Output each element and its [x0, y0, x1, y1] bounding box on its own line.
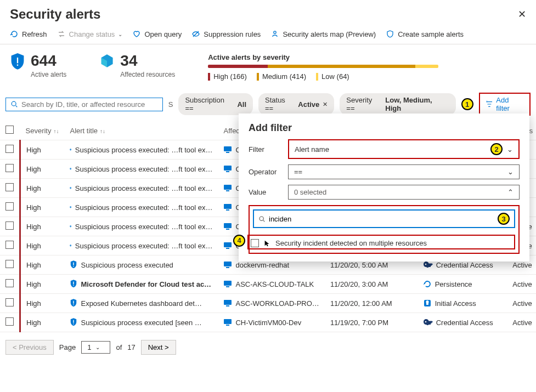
cell-severity: High — [20, 236, 65, 255]
cell-time: 11/20/20, 3:00 AM — [325, 275, 417, 294]
prev-button[interactable]: < Previous — [5, 340, 54, 355]
row-checkbox[interactable] — [5, 164, 14, 172]
chip-severity[interactable]: Severity == Low, Medium, High — [340, 93, 455, 115]
cell-title: Suspicious process executed: …ft tool ex… — [64, 160, 218, 179]
change-status-button[interactable]: Change status ⌄ — [57, 30, 123, 38]
svg-rect-12 — [226, 152, 229, 153]
select-all-checkbox[interactable] — [5, 126, 14, 134]
value-dropdown: 3 4 Security incident detected on multip… — [249, 205, 520, 254]
search-input[interactable] — [21, 100, 158, 109]
svg-rect-47 — [226, 305, 229, 306]
filter-row: S Subscription == All Status == Active✕ … — [0, 90, 536, 121]
cell-resource: CH-VictimVM00-Dev — [218, 313, 324, 332]
add-filter-button[interactable]: + Add filter — [479, 93, 531, 116]
value-option[interactable]: Security incident detected on multiple r… — [247, 235, 515, 249]
sample-alerts-button[interactable]: Create sample alerts — [386, 30, 464, 38]
row-checkbox[interactable] — [5, 183, 14, 191]
row-checkbox[interactable] — [5, 221, 14, 230]
row-checkbox[interactable] — [5, 260, 14, 268]
chip-status[interactable]: Status == Active✕ — [258, 93, 334, 115]
refresh-button[interactable]: Refresh — [10, 30, 47, 38]
row-checkbox[interactable] — [5, 202, 14, 211]
svg-rect-32 — [224, 242, 232, 247]
legend-low: Low (64) — [321, 72, 349, 81]
page-select[interactable]: 1⌄ — [81, 341, 110, 354]
svg-rect-20 — [226, 190, 229, 191]
cell-title: Suspicious process executed [seen … — [64, 313, 218, 332]
svg-rect-52 — [224, 319, 232, 324]
chevron-down-icon: ⌄ — [118, 31, 122, 37]
cell-severity: High — [20, 198, 65, 217]
cell-severity: High — [20, 275, 65, 294]
svg-rect-38 — [226, 267, 229, 268]
chip-subscription[interactable]: Subscription == All — [178, 93, 253, 115]
col-title[interactable]: Alert title↑↓ — [64, 121, 218, 140]
svg-rect-2 — [17, 58, 18, 63]
svg-rect-49 — [426, 303, 428, 305]
filter-select[interactable]: Alert name 2⌄ — [288, 139, 520, 159]
svg-rect-3 — [17, 65, 18, 66]
open-query-button[interactable]: Open query — [132, 30, 182, 38]
cell-tactics: Initial Access — [417, 294, 507, 313]
close-icon[interactable]: ✕ — [518, 8, 526, 20]
cell-title: Suspicious process executed: …ft tool ex… — [64, 198, 218, 217]
cell-severity: High — [20, 140, 65, 160]
value-search-wrap[interactable]: 3 — [253, 209, 515, 228]
value-search-input[interactable] — [269, 215, 494, 223]
svg-point-39 — [425, 264, 426, 265]
next-button[interactable]: Next > — [141, 340, 176, 355]
active-alerts-count: 644 — [31, 53, 66, 69]
row-checkbox[interactable] — [5, 298, 14, 306]
summary-row: 644 Active alerts 34 Affected resources … — [0, 44, 536, 90]
cell-status: Active — [507, 275, 536, 294]
alerts-map-button[interactable]: Security alerts map (Preview) — [270, 30, 376, 38]
affected-count: 34 — [120, 53, 175, 69]
svg-rect-33 — [226, 248, 229, 249]
svg-rect-45 — [74, 304, 74, 305]
row-checkbox[interactable] — [5, 145, 14, 153]
row-checkbox[interactable] — [5, 279, 14, 287]
svg-rect-50 — [74, 320, 74, 323]
svg-rect-40 — [74, 282, 74, 285]
row-checkbox[interactable] — [5, 241, 14, 249]
table-row[interactable]: HighExposed Kubernetes dashboard det…ASC… — [0, 294, 536, 313]
svg-rect-46 — [224, 300, 232, 305]
cell-time: 11/19/20, 7:00 PM — [325, 313, 417, 332]
popup-title: Add filter — [249, 122, 520, 134]
operator-select[interactable]: ==⌄ — [288, 164, 520, 179]
row-checkbox[interactable] — [5, 317, 14, 326]
svg-rect-42 — [224, 281, 232, 286]
callout-1: 1 — [461, 98, 473, 110]
filter-label: Filter — [249, 145, 281, 154]
cell-severity: High — [20, 255, 65, 275]
cursor-icon — [263, 240, 271, 247]
cell-title: Suspicious process executed — [64, 255, 218, 275]
svg-rect-11 — [224, 146, 232, 151]
cell-resource: ASC-WORKLOAD-PRO… — [218, 294, 324, 313]
chevron-down-icon: ⌄ — [507, 168, 514, 176]
cell-title: Suspicious process executed: …ft tool ex… — [64, 217, 218, 236]
add-filter-popup: Add filter Filter Alert name 2⌄ Operator… — [239, 113, 529, 262]
affected-label: Affected resources — [120, 71, 175, 78]
checkbox[interactable] — [251, 239, 259, 247]
filter-add-icon: + — [486, 100, 493, 108]
legend-high: High (166) — [213, 72, 247, 81]
table-row[interactable]: HighSuspicious process executed [seen …C… — [0, 313, 536, 332]
col-severity[interactable]: Severity↑↓ — [20, 121, 65, 140]
page-total: 17 — [127, 343, 135, 351]
cell-tactics: Persistence — [417, 275, 507, 294]
table-row[interactable]: HighMicrosoft Defender for Cloud test ac… — [0, 275, 536, 294]
value-select[interactable]: 0 selected⌃ — [288, 185, 520, 200]
svg-line-5 — [16, 106, 18, 107]
legend-medium: Medium (414) — [262, 72, 306, 81]
suppression-button[interactable]: Suppression rules — [191, 30, 261, 38]
svg-rect-27 — [224, 223, 232, 228]
cell-status: Active — [507, 313, 536, 332]
svg-rect-24 — [226, 209, 229, 211]
svg-rect-19 — [224, 185, 232, 190]
svg-rect-44 — [74, 301, 74, 304]
svg-rect-28 — [226, 229, 229, 230]
close-icon[interactable]: ✕ — [323, 101, 328, 108]
cell-title: Suspicious process executed: …ft tool ex… — [64, 179, 218, 198]
search-input-wrap[interactable] — [5, 98, 163, 111]
